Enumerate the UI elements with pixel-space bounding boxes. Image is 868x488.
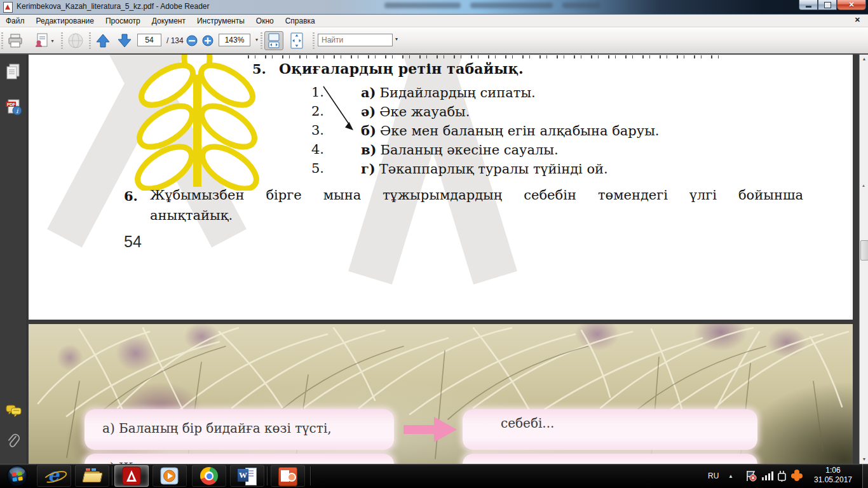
vertical-scrollbar[interactable]: ▲ ▲ ▼ xyxy=(859,55,868,464)
pdf-info-panel-button[interactable]: PDFi xyxy=(5,98,22,114)
taskbar-separator xyxy=(310,466,311,485)
scroll-up-icon[interactable]: ▲ xyxy=(860,55,868,64)
comments-panel-button[interactable] xyxy=(5,404,22,421)
close-icon: ✕ xyxy=(848,1,854,9)
match-option: а)Бидайлардың сипаты. xyxy=(361,85,536,100)
document-viewer[interactable]: 5. Оқиғалардың ретін табайық. 1. а)Бидай… xyxy=(27,55,859,464)
hidden-icons-chevron[interactable]: ▲ xyxy=(728,473,733,488)
print-button[interactable] xyxy=(5,32,25,50)
scroll-down-icon[interactable]: ▼ xyxy=(860,455,868,464)
menu-item-edit[interactable]: Редактирование xyxy=(31,15,100,27)
next-page-button[interactable] xyxy=(114,32,135,50)
tray-date: 31.05.2017 xyxy=(806,475,860,485)
toolbar: ▾ / 134 143% ▾ ▾ xyxy=(0,27,868,54)
taskbar: e xyxy=(0,464,868,488)
reason-box-a: себебі... xyxy=(463,409,757,450)
match-option: г)Тәкаппарлық туралы түйінді ой. xyxy=(361,161,608,177)
word-icon: W xyxy=(238,467,257,485)
zoom-in-button[interactable] xyxy=(200,32,215,50)
adobe-reader-icon xyxy=(122,466,141,485)
share-caret-icon: ▾ xyxy=(51,38,53,44)
window-titlebar[interactable]: Kerimbekova_Kazah_literatura_5_kz.pdf - … xyxy=(0,0,868,15)
up-arrow-icon xyxy=(95,33,111,48)
powerpoint-icon xyxy=(278,467,297,485)
background-window-blur xyxy=(384,3,461,8)
taskbar-chrome[interactable] xyxy=(192,465,226,487)
toolbar-grip[interactable] xyxy=(89,32,91,49)
start-button[interactable] xyxy=(3,465,32,487)
media-player-icon xyxy=(160,466,179,485)
match-option: в)Баланың әкесіне сауалы. xyxy=(361,142,559,158)
restore-icon xyxy=(824,2,831,8)
find-input[interactable] xyxy=(318,34,393,46)
background-window-blur xyxy=(470,3,553,8)
match-row: 5. г)Тәкаппарлық туралы түйінді ой. xyxy=(311,161,794,177)
toolbar-grip[interactable] xyxy=(261,32,262,49)
menu-bar: Файл Редактирование Просмотр Документ Ин… xyxy=(0,15,868,27)
exercise6-line2: анықтайық. xyxy=(150,208,233,223)
tray-time: 1:06 xyxy=(806,466,860,475)
page-count-label: / 134 xyxy=(166,36,184,45)
language-indicator[interactable]: RU xyxy=(708,471,719,488)
taskbar-windows-explorer[interactable] xyxy=(75,465,109,487)
taskbar-media-player[interactable] xyxy=(153,465,187,487)
pdf-page-photo: а) Баланың бір бидайға көзі түсті, себеб… xyxy=(29,324,853,464)
action-center-flag-icon[interactable] xyxy=(745,470,757,488)
page-number-54: 54 xyxy=(124,233,142,251)
pages-panel-button[interactable] xyxy=(5,64,22,80)
power-plug-icon[interactable] xyxy=(776,470,788,488)
down-arrow-icon xyxy=(117,33,132,48)
match-arrow xyxy=(320,83,365,139)
share-button[interactable]: ▾ xyxy=(31,32,58,50)
exercise5-number: 5. xyxy=(252,61,266,77)
match-number: 4. xyxy=(311,142,324,157)
toolbar-grip[interactable] xyxy=(61,32,63,49)
toolbar-grip[interactable] xyxy=(313,32,315,49)
chrome-icon xyxy=(200,467,218,485)
window-title: Kerimbekova_Kazah_literatura_5_kz.pdf - … xyxy=(17,2,210,11)
menu-item-window[interactable]: Окно xyxy=(250,15,280,27)
zoom-out-button[interactable] xyxy=(184,32,200,50)
statement-box-b: ә) Ж xyxy=(85,454,394,464)
scrollbar-thumb[interactable] xyxy=(860,240,868,261)
taskbar-word[interactable]: W xyxy=(230,465,264,487)
menu-item-file[interactable]: Файл xyxy=(0,15,31,27)
menu-item-document[interactable]: Документ xyxy=(146,15,191,27)
taskbar-powerpoint[interactable] xyxy=(271,465,305,487)
minimize-button[interactable] xyxy=(799,0,818,10)
reason-a-text: себебі... xyxy=(501,416,554,431)
show-desktop-button[interactable] xyxy=(862,464,868,488)
taskbar-internet-explorer[interactable]: e xyxy=(37,465,71,487)
zoom-level-value[interactable]: 143% xyxy=(219,34,250,46)
fit-page-button[interactable] xyxy=(287,31,306,50)
internet-explorer-icon: e xyxy=(44,467,64,485)
pink-arrow-icon xyxy=(403,416,458,444)
find-caret-icon[interactable]: ▾ xyxy=(395,36,398,42)
toolbar-grip[interactable] xyxy=(1,32,3,49)
close-button[interactable]: ✕ xyxy=(837,0,866,10)
menu-item-tools[interactable]: Инструменты xyxy=(191,15,250,27)
page-number-input[interactable] xyxy=(137,34,161,46)
zoom-caret-icon[interactable]: ▾ xyxy=(255,37,258,43)
attachments-panel-button[interactable] xyxy=(5,432,22,449)
document-close-icon[interactable]: ✕ xyxy=(855,16,860,24)
match-number: 5. xyxy=(311,161,324,176)
previous-page-button[interactable] xyxy=(93,32,113,50)
minimize-icon xyxy=(806,6,811,8)
restore-button[interactable] xyxy=(818,0,837,10)
network-signal-icon[interactable] xyxy=(761,471,774,488)
fit-width-button[interactable] xyxy=(264,31,283,50)
avast-icon[interactable] xyxy=(790,469,803,488)
taskbar-adobe-reader[interactable] xyxy=(114,465,149,487)
collaborate-button[interactable] xyxy=(65,32,86,50)
exercise6-number: 6. xyxy=(124,188,138,204)
menu-item-help[interactable]: Справка xyxy=(280,15,321,27)
menu-item-view[interactable]: Просмотр xyxy=(100,15,146,27)
match-row: 2. ә)Әке жауабы. xyxy=(311,104,794,120)
minus-circle-icon xyxy=(186,35,198,46)
clock[interactable]: 1:06 31.05.2017 xyxy=(806,466,860,485)
nav-sidebar: PDFi xyxy=(0,55,27,464)
taskbar-separator xyxy=(267,466,268,485)
comments-icon xyxy=(5,404,23,419)
fit-page-icon xyxy=(290,32,303,49)
